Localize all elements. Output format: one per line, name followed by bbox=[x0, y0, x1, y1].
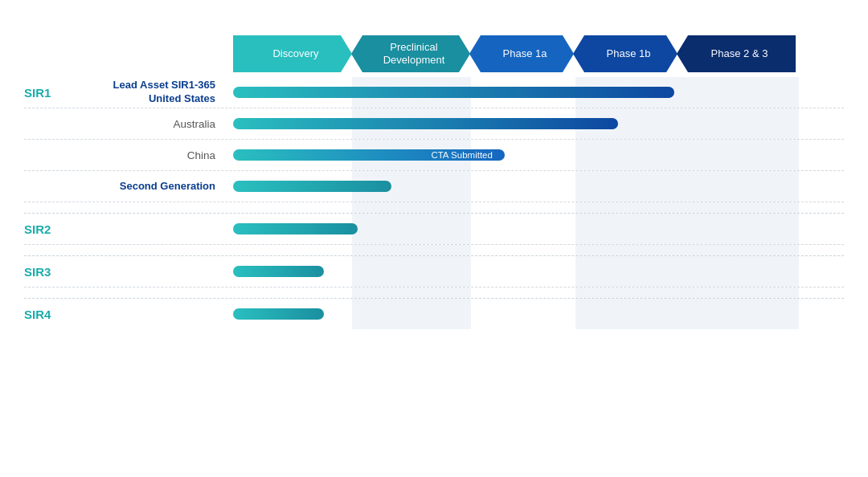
row-label-group: Australia bbox=[24, 118, 233, 130]
phase-label-phase1a: Phase 1a bbox=[489, 47, 555, 60]
phase-phase1a: Phase 1a bbox=[469, 35, 574, 72]
bar-area bbox=[233, 171, 844, 202]
bar-area bbox=[233, 77, 844, 108]
progress-bar bbox=[233, 266, 324, 277]
group-spacer bbox=[24, 202, 844, 214]
phase-label-phase1b: Phase 1b bbox=[592, 47, 659, 60]
table-row: SIR4 bbox=[24, 299, 844, 329]
item-label: Second Generation bbox=[72, 180, 225, 194]
item-label: Australia bbox=[72, 118, 225, 130]
table-row: ChinaCTA Submitted bbox=[24, 140, 844, 171]
data-rows: SIR1Lead Asset SIR1-365United StatesAust… bbox=[24, 77, 844, 329]
group-spacer bbox=[24, 287, 844, 299]
phase-label-preclinical: PreclinicalDevelopment bbox=[369, 41, 453, 66]
item-label: Lead Asset SIR1-365United States bbox=[72, 79, 225, 106]
bar-area bbox=[233, 108, 844, 139]
row-label-group: China bbox=[24, 149, 233, 161]
row-label-group: Second Generation bbox=[24, 180, 233, 194]
progress-bar bbox=[233, 118, 618, 129]
progress-bar bbox=[233, 223, 358, 234]
row-label-group: SIR1Lead Asset SIR1-365United States bbox=[24, 79, 233, 106]
table-row: SIR3 bbox=[24, 256, 844, 287]
bar-area: CTA Submitted bbox=[233, 140, 844, 170]
progress-bar bbox=[233, 181, 391, 192]
table-row: SIR2 bbox=[24, 214, 844, 245]
bar-label: CTA Submitted bbox=[431, 150, 493, 160]
bar-area bbox=[233, 256, 844, 287]
row-label-group: SIR4 bbox=[24, 308, 233, 321]
group-label: SIR4 bbox=[24, 308, 72, 321]
bar-area bbox=[233, 299, 844, 329]
item-label: China bbox=[72, 149, 225, 161]
pipeline-container: DiscoveryPreclinicalDevelopmentPhase 1aP… bbox=[24, 35, 844, 329]
phase-label-discovery: Discovery bbox=[258, 47, 326, 60]
table-row: SIR1Lead Asset SIR1-365United States bbox=[24, 77, 844, 108]
progress-bar bbox=[233, 87, 674, 98]
group-label: SIR2 bbox=[24, 222, 72, 236]
phase-header: DiscoveryPreclinicalDevelopmentPhase 1aP… bbox=[233, 35, 844, 72]
phase-preclinical: PreclinicalDevelopment bbox=[351, 35, 470, 72]
bar-area bbox=[233, 214, 844, 244]
table-row: Second Generation bbox=[24, 171, 844, 202]
progress-bar bbox=[233, 308, 324, 320]
group-label: SIR3 bbox=[24, 265, 72, 279]
table-row: Australia bbox=[24, 108, 844, 140]
phase-discovery: Discovery bbox=[233, 35, 352, 72]
row-label-group: SIR2 bbox=[24, 222, 233, 236]
group-spacer bbox=[24, 245, 844, 256]
row-label-group: SIR3 bbox=[24, 265, 233, 279]
phase-phase23: Phase 2 & 3 bbox=[677, 35, 796, 72]
phase-label-phase23: Phase 2 & 3 bbox=[697, 47, 776, 60]
phase-phase1b: Phase 1b bbox=[573, 35, 678, 72]
group-label: SIR1 bbox=[24, 86, 72, 100]
